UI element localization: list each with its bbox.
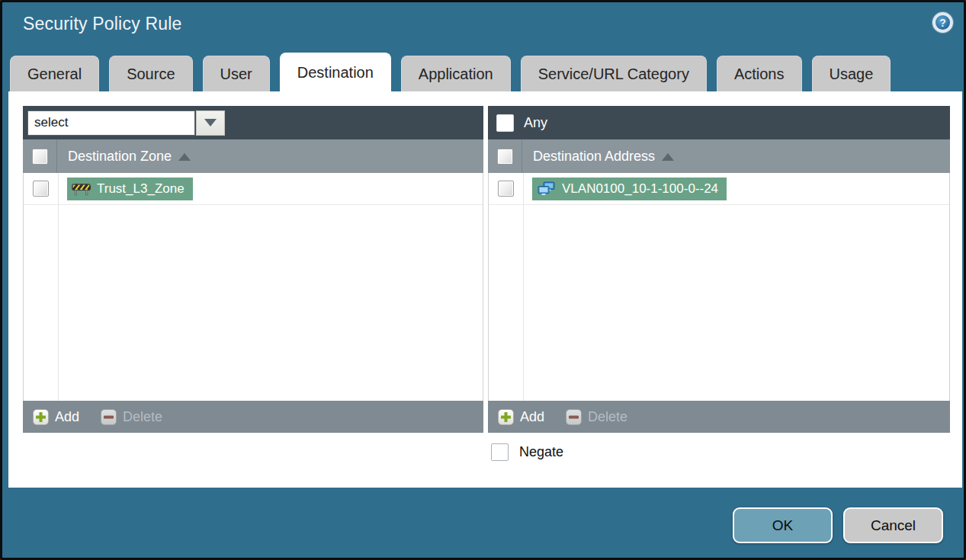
cancel-button[interactable]: Cancel: [843, 507, 943, 543]
address-any-toolbar: Any: [488, 106, 950, 139]
address-add-label: Add: [520, 409, 544, 425]
zone-delete-button[interactable]: Delete: [101, 409, 162, 425]
tab-service-url-category[interactable]: Service/URL Category: [521, 56, 707, 91]
ok-button[interactable]: OK: [733, 507, 833, 543]
zone-panel-footer: Add Delete: [23, 401, 483, 433]
tab-actions[interactable]: Actions: [717, 56, 802, 91]
chevron-down-icon: [204, 119, 217, 126]
zone-icon: [72, 182, 91, 196]
sort-ascending-icon[interactable]: [662, 153, 674, 161]
zone-filter-toolbar: [23, 106, 483, 139]
tab-general[interactable]: General: [10, 56, 99, 91]
address-delete-label: Delete: [588, 409, 627, 425]
zone-row[interactable]: Trust_L3_Zone: [24, 173, 483, 205]
address-select-all-checkbox[interactable]: [497, 149, 513, 165]
tab-destination[interactable]: Destination: [280, 53, 391, 92]
tab-bar: General Source User Destination Applicat…: [10, 52, 956, 91]
address-add-button[interactable]: Add: [498, 409, 544, 425]
address-row-checkbox[interactable]: [498, 181, 514, 197]
zone-grid-body: Trust_L3_Zone: [23, 173, 483, 401]
destination-tab-content: Destination Zone: [8, 91, 962, 488]
zone-add-label: Add: [55, 409, 79, 425]
zone-delete-label: Delete: [123, 409, 162, 425]
address-row[interactable]: VLAN0100_10-1-100-0--24: [489, 173, 949, 205]
address-panel-footer: Add Delete: [488, 401, 950, 433]
add-icon: [498, 409, 514, 425]
zone-column-header: Destination Zone: [23, 139, 483, 173]
address-grid-body: VLAN0100_10-1-100-0--24: [488, 173, 950, 401]
negate-label: Negate: [519, 444, 563, 460]
zone-select-dropdown-button[interactable]: [196, 110, 225, 136]
tab-source[interactable]: Source: [109, 56, 192, 91]
security-policy-rule-dialog: Security Policy Rule ? General Source Us…: [0, 0, 966, 560]
address-column-header: Destination Address: [488, 139, 950, 173]
address-delete-button[interactable]: Delete: [566, 409, 627, 425]
address-icon: [537, 181, 556, 196]
sort-ascending-icon[interactable]: [178, 153, 191, 161]
zone-column-title[interactable]: Destination Zone: [68, 149, 172, 165]
negate-option: Negate: [491, 443, 563, 461]
negate-checkbox[interactable]: [491, 443, 509, 461]
zone-row-checkbox[interactable]: [33, 181, 49, 197]
dialog-title: Security Policy Rule: [23, 14, 182, 34]
help-icon[interactable]: ?: [932, 12, 953, 33]
destination-zone-panel: Destination Zone: [23, 106, 483, 433]
zone-add-button[interactable]: Add: [33, 409, 79, 425]
zone-chip[interactable]: Trust_L3_Zone: [67, 178, 193, 200]
dialog-actions: OK Cancel: [733, 507, 943, 543]
tab-user[interactable]: User: [203, 56, 270, 91]
address-chip[interactable]: VLAN0100_10-1-100-0--24: [532, 178, 727, 200]
any-label: Any: [524, 115, 547, 131]
tab-usage[interactable]: Usage: [812, 56, 891, 91]
zone-row-label: Trust_L3_Zone: [97, 181, 185, 197]
zone-select-all-checkbox[interactable]: [32, 149, 48, 165]
destination-address-panel: Any Destination Address: [488, 106, 950, 433]
add-icon: [33, 409, 49, 425]
address-row-label: VLAN0100_10-1-100-0--24: [562, 181, 718, 197]
address-column-title[interactable]: Destination Address: [533, 149, 655, 165]
zone-select-input[interactable]: [27, 110, 195, 136]
delete-icon: [101, 409, 117, 425]
any-checkbox[interactable]: [496, 114, 514, 132]
tab-application[interactable]: Application: [401, 56, 511, 91]
delete-icon: [566, 409, 582, 425]
column-separator: [58, 173, 59, 401]
column-separator: [523, 173, 524, 401]
